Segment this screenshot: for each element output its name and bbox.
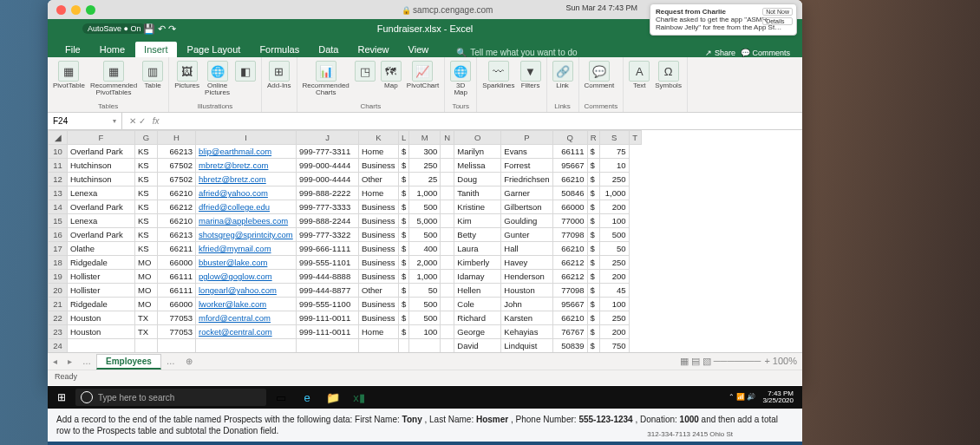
email-link[interactable] [196,339,297,353]
email-link[interactable]: afried@yahoo.com [196,187,297,200]
formula-bar-buttons[interactable]: ✕ ✓ fx [122,113,167,129]
row-header[interactable]: 10 [49,145,68,159]
task-view-icon[interactable]: ▭ [270,389,292,406]
col-header-J[interactable]: J [297,131,359,145]
email-link[interactable]: kfried@mymail.com [196,242,297,256]
ribbon-tab-formulas[interactable]: Formulas [251,42,308,57]
share-button[interactable]: ↗ Share [705,49,735,57]
tray-icons[interactable]: ⌃ 📶 🔊 [728,394,755,401]
sheet-nav-prev[interactable]: ◂ [48,357,62,366]
ribbon-map-button[interactable]: 🗺Map [381,61,402,89]
ribbon-tab-page-layout[interactable]: Page Layout [179,42,250,57]
row-header[interactable]: 16 [49,228,68,242]
worksheet-grid[interactable]: ◢FGHIJKLMNOPQRST10Overland ParkKS66213bl… [48,130,802,352]
email-link[interactable]: dfried@college.edu [196,200,297,214]
table-row[interactable]: 14Overland ParkKS66212dfried@college.edu… [49,200,642,214]
ribbon-filters-button[interactable]: ▼Filters [520,61,541,89]
email-link[interactable]: rocket@central.com [196,325,297,339]
ribbon-recommended-button[interactable]: ▦RecommendedPivotTables [90,61,137,96]
table-row[interactable]: 19HollisterMO66111pglow@goglow.com999-44… [49,270,642,284]
ribbon-symbols-button[interactable]: ΩSymbols [655,61,682,89]
quick-access-toolbar[interactable]: 💾 ↶ ↷ [143,23,176,35]
ribbon-pivottable-button[interactable]: ▦PivotTable [53,61,85,89]
col-header-P[interactable]: P [501,131,552,145]
zoom-traffic-light[interactable] [86,5,95,15]
table-row[interactable]: 11HutchinsonKS67502mbretz@bretz.com999-0… [49,159,642,173]
start-button[interactable]: ⊞ [51,389,72,406]
col-header-R[interactable]: R [587,131,599,145]
ribbon-tab-file[interactable]: File [56,42,89,57]
sheet-nav-more[interactable]: … [161,357,180,366]
file-explorer-icon[interactable]: 📁 [322,389,344,406]
email-link[interactable]: hbretz@bretz.com [196,173,297,187]
table-row[interactable]: 10Overland ParkKS66213blip@earthmail.com… [49,145,642,159]
table-row[interactable]: 13LenexaKS66210afried@yahoo.com999-888-2… [49,187,642,200]
ribbon-add-ins-button[interactable]: ⊞Add-Ins [267,61,291,89]
table-row[interactable]: 15LenexaKS66210marina@applebees.com999-8… [49,214,642,228]
table-row[interactable]: 16Overland ParkKS66213shotsgreg@sprintci… [49,228,642,242]
ribbon-recommended-button[interactable]: 📊RecommendedCharts [303,61,350,96]
email-link[interactable]: pglow@goglow.com [196,270,297,284]
ribbon-tab-view[interactable]: View [400,42,438,57]
ribbon-◧-button[interactable]: ◧ [235,61,256,82]
edge-icon[interactable]: e [296,389,318,406]
sheet-tab-employees[interactable]: Employees [96,354,161,370]
ribbon-pictures-button[interactable]: 🖼Pictures [174,61,199,89]
col-header-F[interactable]: F [68,131,135,145]
sheet-nav-next[interactable]: ▸ [62,357,77,366]
ribbon-text-button[interactable]: AText [629,61,650,89]
ribbon-tab-review[interactable]: Review [349,42,397,57]
col-header-M[interactable]: M [409,131,441,145]
table-row[interactable]: 24DavidLindquist50839$750 [49,339,642,353]
table-row[interactable]: 22HoustonTX77053mford@central.com999-111… [49,311,642,325]
ribbon-tab-home[interactable]: Home [91,42,134,57]
ribbon-online-button[interactable]: 🌐OnlinePictures [205,61,230,96]
ribbon-pivotchart-button[interactable]: 📈PivotChart [407,61,439,89]
ribbon-tab-data[interactable]: Data [310,42,347,57]
row-header[interactable]: 20 [49,284,68,298]
email-link[interactable]: bbuster@lake.com [196,256,297,270]
table-row[interactable]: 12HutchinsonKS67502hbretz@bretz.com999-0… [49,173,642,187]
tell-me-search[interactable]: 🔍 Tell me what you want to do [439,48,703,57]
row-header[interactable]: 19 [49,270,68,284]
row-header[interactable]: 21 [49,298,68,311]
minimize-traffic-light[interactable] [71,5,81,15]
email-link[interactable]: longearl@yahoo.com [196,284,297,298]
ribbon-3d-button[interactable]: 🌐3DMap [450,61,471,96]
table-row[interactable]: 17OlatheKS66211kfried@mymail.com999-666-… [49,242,642,256]
taskbar-search[interactable]: Type here to search [75,389,266,406]
row-header[interactable]: 17 [49,242,68,256]
row-header[interactable]: 13 [49,187,68,200]
comments-button[interactable]: 💬 Comments [741,49,790,57]
table-row[interactable]: 21RidgedaleMO66000lworker@lake.com999-55… [49,298,642,311]
ribbon-link-button[interactable]: 🔗Link [552,61,573,89]
col-header-N[interactable]: N [441,131,454,145]
formula-input[interactable] [167,113,802,129]
ribbon-◳-button[interactable]: ◳ [355,61,376,82]
col-header-S[interactable]: S [599,131,629,145]
close-traffic-light[interactable] [56,5,66,15]
row-header[interactable]: 22 [49,311,68,325]
col-header-I[interactable]: I [196,131,297,145]
email-link[interactable]: lworker@lake.com [196,298,297,311]
row-header[interactable]: 12 [49,173,68,187]
view-switcher[interactable]: ▦ ▤ ▧ ─────── + 100% [675,356,802,367]
notification-not-now-button[interactable]: Not Now [762,8,793,16]
email-link[interactable]: mbretz@bretz.com [196,159,297,173]
col-header-Q[interactable]: Q [552,131,587,145]
row-header[interactable]: 11 [49,159,68,173]
notification-details-button[interactable]: Details [762,17,793,25]
row-header[interactable]: 24 [49,339,68,353]
row-header[interactable]: 15 [49,214,68,228]
ribbon-table-button[interactable]: ▥Table [142,61,163,89]
email-link[interactable]: shotsgreg@sprintcity.com [196,228,297,242]
col-header-H[interactable]: H [158,131,196,145]
ribbon-comment-button[interactable]: 💬Comment [585,61,615,89]
table-row[interactable]: 23HoustonTX77053rocket@central.com999-11… [49,325,642,339]
col-header-L[interactable]: L [399,131,409,145]
excel-taskbar-icon[interactable]: x▮ [348,389,370,406]
col-header-O[interactable]: O [454,131,501,145]
email-link[interactable]: marina@applebees.com [196,214,297,228]
email-link[interactable]: mford@central.com [196,311,297,325]
row-header[interactable]: 14 [49,200,68,214]
